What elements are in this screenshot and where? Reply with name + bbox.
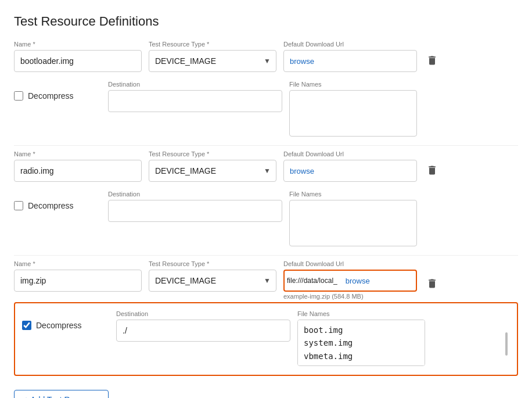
resource-block-2: Name * Test Resource Type * DEVICE_IMAGE… (14, 150, 518, 256)
filenames-textarea-3[interactable] (297, 320, 425, 366)
decompress-checkbox-3[interactable] (22, 321, 31, 330)
resource-main-row-1: Name * Test Resource Type * DEVICE_IMAGE… (14, 41, 518, 74)
resource-main-row-2: Name * Test Resource Type * DEVICE_IMAGE… (14, 150, 518, 184)
type-field-group-3: Test Resource Type * DEVICE_IMAGEFILEBIN… (149, 260, 276, 292)
filenames-label-2: File Names (289, 191, 518, 198)
decompress-checkbox-2[interactable] (14, 201, 23, 210)
add-test-resource-button[interactable]: + Add Test Resource (14, 390, 109, 398)
type-select-3[interactable]: DEVICE_IMAGEFILEBINARY (149, 270, 276, 292)
destination-group-3: Destination (116, 310, 290, 342)
filenames-scroll-wrapper-3 (297, 320, 510, 368)
decompress-label-1: Decompress (28, 91, 74, 101)
name-label-1: Name * (14, 41, 142, 48)
filenames-textarea-2[interactable] (289, 200, 417, 246)
resource-block-1: Name * Test Resource Type * DEVICE_IMAGE… (14, 41, 518, 146)
type-label-1: Test Resource Type * (149, 41, 276, 48)
destination-label-2: Destination (108, 191, 282, 198)
url-wrapper-1: browse (283, 50, 417, 72)
resource-main-row-3: Name * Test Resource Type * DEVICE_IMAGE… (14, 260, 518, 300)
decompress-label-2: Decompress (28, 201, 74, 210)
url-label-3: Default Download Url (283, 260, 417, 267)
type-field-group-1: Test Resource Type * DEVICE_IMAGEFILEBIN… (149, 41, 276, 72)
destination-input-2[interactable] (108, 200, 282, 222)
sub-row-3: Decompress Destination File Names (14, 302, 518, 376)
destination-input-3[interactable] (116, 320, 290, 342)
separator (14, 145, 518, 146)
type-field-group-2: Test Resource Type * DEVICE_IMAGEFILEBIN… (149, 150, 276, 182)
url-label-1: Default Download Url (283, 41, 417, 48)
browse-button-2[interactable]: browse (284, 167, 320, 175)
decompress-group-1: Decompress (14, 81, 101, 101)
type-select-1[interactable]: DEVICE_IMAGEFILEBINARY (149, 50, 276, 72)
filenames-group-2: File Names (289, 191, 518, 248)
url-field-group-2: Default Download Url browse (283, 150, 417, 182)
destination-label-3: Destination (116, 310, 290, 317)
url-wrapper-2: browse (283, 160, 417, 182)
decompress-label-3: Decompress (36, 321, 82, 330)
destination-group-1: Destination (108, 81, 282, 112)
name-field-group-1: Name * (14, 41, 142, 72)
url-label-2: Default Download Url (283, 150, 417, 157)
page-title: Test Resource Definitions (14, 14, 518, 29)
resource-block-3: Name * Test Resource Type * DEVICE_IMAGE… (14, 260, 518, 376)
sub-row-1: Decompress Destination File Names (14, 76, 518, 143)
browse-button-1[interactable]: browse (284, 57, 320, 66)
sub-row-2: Decompress Destination File Names (14, 186, 518, 253)
type-label-3: Test Resource Type * (149, 260, 276, 267)
url-wrapper-3: file:///data/local_ browse (283, 270, 417, 292)
decompress-group-3: Decompress (22, 310, 109, 330)
url-field-group-3: Default Download Url file:///data/local_… (283, 260, 417, 300)
destination-label-1: Destination (108, 81, 282, 88)
scrollbar-3 (505, 332, 508, 356)
decompress-checkbox-1[interactable] (14, 91, 23, 101)
url-field-group-1: Default Download Url browse (283, 41, 417, 72)
name-label-3: Name * (14, 260, 142, 267)
name-field-group-2: Name * (14, 150, 142, 182)
separator (14, 255, 518, 256)
delete-button-2[interactable] (424, 160, 440, 184)
type-select-wrapper-1: DEVICE_IMAGEFILEBINARY ▼ (149, 50, 276, 72)
filenames-group-1: File Names (289, 81, 518, 138)
name-field-group-3: Name * (14, 260, 142, 292)
filenames-label-1: File Names (289, 81, 518, 88)
resources-container: Name * Test Resource Type * DEVICE_IMAGE… (14, 41, 518, 376)
filenames-scroll-wrapper-1 (289, 90, 518, 138)
destination-input-1[interactable] (108, 90, 282, 112)
decompress-group-2: Decompress (14, 191, 101, 210)
filenames-textarea-1[interactable] (289, 90, 417, 137)
name-input-3[interactable] (14, 270, 142, 292)
delete-button-3[interactable] (424, 273, 440, 297)
filenames-group-3: File Names (297, 310, 510, 368)
file-hint-3: example-img.zip (584.8 MB) (283, 293, 417, 300)
delete-button-1[interactable] (424, 50, 440, 74)
type-label-2: Test Resource Type * (149, 150, 276, 157)
destination-group-2: Destination (108, 191, 282, 222)
type-select-wrapper-3: DEVICE_IMAGEFILEBINARY ▼ (149, 270, 276, 292)
browse-button-3[interactable]: browse (340, 277, 376, 285)
type-select-wrapper-2: DEVICE_IMAGEFILEBINARY ▼ (149, 160, 276, 182)
filenames-label-3: File Names (297, 310, 510, 317)
type-select-2[interactable]: DEVICE_IMAGEFILEBINARY (149, 160, 276, 182)
name-label-2: Name * (14, 150, 142, 157)
url-value-3: file:///data/local_ (285, 277, 340, 285)
name-input-2[interactable] (14, 160, 142, 182)
filenames-scroll-wrapper-2 (289, 200, 518, 248)
name-input-1[interactable] (14, 50, 142, 72)
